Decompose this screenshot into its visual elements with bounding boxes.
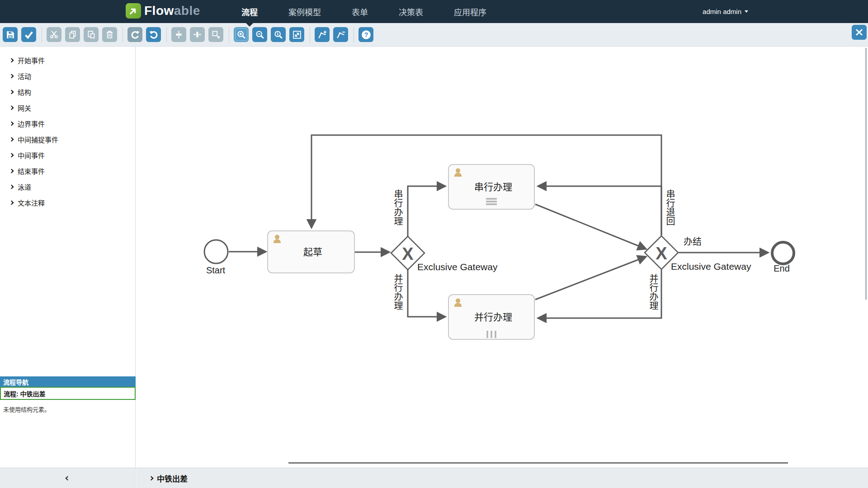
flowable-logo[interactable]: Flowable [126, 3, 200, 19]
user-task-parallel[interactable]: 并行办理 [448, 295, 534, 339]
chevron-down-icon [745, 10, 748, 13]
chevron-right-icon [9, 74, 14, 79]
breadcrumb-process-name[interactable]: 中铁出差 [157, 473, 188, 484]
help-button[interactable]: ? [359, 27, 373, 42]
process-navigator-note: 未使用结构元素。 [0, 400, 136, 413]
nav-tab-case-models[interactable]: 案例模型 [273, 0, 336, 23]
nav-tab-forms[interactable]: 表单 [336, 0, 383, 23]
exclusive-gateway-1[interactable]: X Exclusive Gateway [391, 236, 498, 272]
sequence-flows[interactable] [229, 135, 768, 318]
close-editor-button[interactable] [852, 25, 867, 40]
zoom-out-button[interactable] [252, 27, 267, 42]
align-vertical-icon [174, 30, 184, 39]
active-tab-caret-icon [246, 23, 253, 27]
palette-group-intermediate-events[interactable]: 中间事件 [0, 147, 135, 163]
edge-label-serial-return: 串行退回 [665, 189, 675, 225]
brand-name: Flowable [144, 4, 200, 18]
bpmn-diagram: 串行办理 并行办理 串行退回 并行办理 办结 Start 起草 [136, 47, 868, 468]
zoom-fit-button[interactable] [289, 27, 304, 42]
zoom-actual-icon: 1 [274, 30, 283, 40]
palette-group-annotations[interactable]: 文本注释 [0, 195, 135, 211]
trash-icon [105, 30, 114, 39]
main-nav-tabs: 流程 案例模型 表单 决策表 应用程序 [226, 0, 502, 23]
palette-group-structural[interactable]: 结构 [0, 84, 135, 100]
palette-group-boundary-events[interactable]: 边界事件 [0, 116, 135, 131]
user-task-serial-label: 串行办理 [474, 182, 512, 192]
chevron-right-icon [9, 58, 14, 63]
end-event[interactable]: End [772, 242, 794, 273]
add-bendpoint-icon [317, 30, 327, 40]
process-navigator-selected[interactable]: 流程: 中铁出差 [0, 387, 136, 400]
toolbar-separator [229, 27, 229, 42]
undo-button[interactable] [146, 27, 161, 42]
user-task-draft[interactable]: 起草 [268, 231, 354, 273]
editor-main: 开始事件 活动 结构 网关 边界事件 中间捕捉事件 中间事件 结束事件 泳道 文… [0, 47, 868, 468]
process-navigator-header: 流程导航 [0, 376, 136, 387]
add-bendpoint-button[interactable] [315, 27, 330, 42]
svg-text:?: ? [364, 31, 368, 38]
chevron-right-icon [9, 201, 14, 205]
edge-label-to-serial: 串行办理 [393, 189, 403, 225]
user-task-parallel-label: 并行办理 [474, 312, 512, 322]
canvas-vertical-scrollbar[interactable] [865, 48, 867, 300]
check-icon [24, 30, 34, 40]
toolbar-separator [310, 27, 310, 42]
flowable-modeler: Flowable 流程 案例模型 表单 决策表 应用程序 admin admin [0, 0, 868, 488]
copy-icon [68, 30, 77, 39]
start-event-label: Start [206, 265, 226, 275]
top-navbar: Flowable 流程 案例模型 表单 决策表 应用程序 admin admin [0, 0, 868, 23]
zoom-in-icon [236, 30, 246, 40]
palette-group-activities[interactable]: 活动 [0, 68, 135, 84]
zoom-actual-button[interactable]: 1 [271, 27, 286, 42]
palette-group-start-events[interactable]: 开始事件 [0, 52, 135, 68]
diagram-canvas[interactable]: 串行办理 并行办理 串行退回 并行办理 办结 Start 起草 [136, 47, 868, 468]
chevron-right-icon [9, 185, 14, 189]
edge-label-parallel-return: 并行办理 [648, 274, 658, 310]
sidebar-footer [0, 468, 136, 488]
palette-group-intermediate-catch-events[interactable]: 中间捕捉事件 [0, 131, 135, 147]
user-task-draft-label: 起草 [303, 247, 322, 257]
zoom-in-button[interactable] [234, 27, 249, 42]
end-event-label: End [774, 263, 790, 273]
palette-group-end-events[interactable]: 结束事件 [0, 163, 135, 179]
start-event[interactable]: Start [204, 240, 228, 275]
chevron-right-icon [9, 169, 14, 174]
validate-button[interactable] [21, 27, 36, 42]
collapse-sidebar-icon[interactable] [66, 476, 70, 480]
breadcrumb-bar: 中铁出差 [136, 468, 868, 488]
redo-button[interactable] [127, 27, 142, 42]
undo-icon [149, 30, 159, 40]
process-navigator: 流程导航 流程: 中铁出差 未使用结构元素。 [0, 376, 136, 413]
flow-serial-to-gateway2 [535, 204, 646, 249]
nav-tab-processes[interactable]: 流程 [226, 0, 273, 23]
gateway-x-icon: X [402, 244, 414, 263]
flow-gateway1-to-parallel [408, 269, 445, 317]
nav-tab-decision-tables[interactable]: 决策表 [383, 0, 439, 23]
save-button[interactable] [3, 27, 18, 42]
same-size-button [208, 27, 223, 42]
paste-icon [86, 30, 96, 39]
help-icon: ? [361, 29, 372, 40]
chevron-right-icon [9, 153, 14, 158]
palette-group-gateways[interactable]: 网关 [0, 100, 135, 116]
chevron-right-icon [9, 106, 14, 110]
flowable-logo-icon [126, 3, 141, 19]
align-vertical-button [171, 27, 186, 42]
chevron-right-icon [149, 476, 154, 480]
user-menu[interactable]: admin admin [703, 0, 748, 23]
user-task-serial[interactable]: 串行办理 [448, 164, 534, 209]
remove-bendpoint-button[interactable] [333, 27, 348, 42]
exclusive-gateway-2-label: Exclusive Gateway [671, 261, 751, 272]
align-horizontal-icon [193, 30, 202, 39]
flow-serial-return-to-serial [538, 186, 661, 235]
canvas-horizontal-scrollbar[interactable] [288, 462, 788, 464]
gateway-x-icon: X [656, 244, 667, 263]
toolbar-separator [123, 27, 123, 42]
paste-button [84, 27, 99, 42]
flow-gateway1-to-serial [408, 186, 445, 237]
nav-tab-apps[interactable]: 应用程序 [439, 0, 502, 23]
close-icon [854, 28, 864, 37]
palette-group-list: 开始事件 活动 结构 网关 边界事件 中间捕捉事件 中间事件 结束事件 泳道 文… [0, 47, 135, 211]
delete-button [102, 27, 117, 42]
palette-group-swimlanes[interactable]: 泳道 [0, 179, 135, 195]
